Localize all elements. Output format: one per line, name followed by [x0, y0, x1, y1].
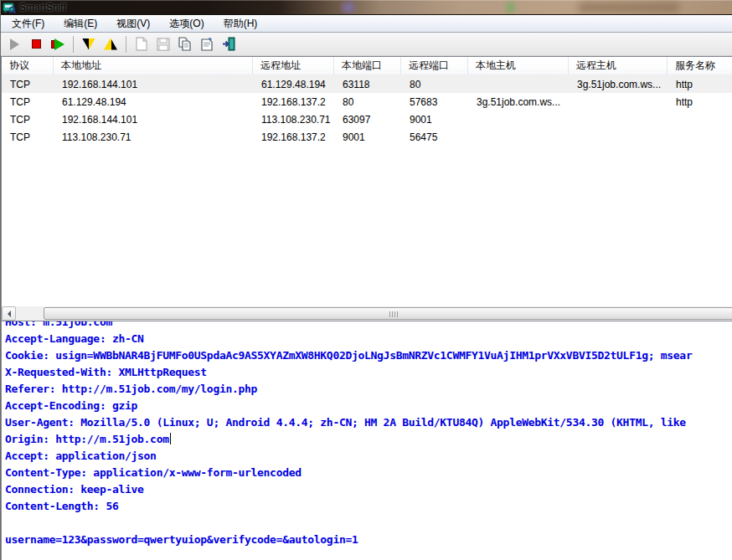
properties-icon[interactable]	[198, 35, 216, 54]
table-cell: 113.108.230.71	[54, 128, 253, 146]
scrollbar-grip-icon	[389, 311, 398, 317]
menu-item[interactable]: 视图(V)	[109, 15, 157, 32]
table-cell: 192.168.137.2	[253, 128, 334, 146]
column-header[interactable]: 远程主机	[569, 57, 668, 75]
http-header-line: Cookie: usign=WWBbNAR4BjFUMFo0USpdaAc9AS…	[5, 347, 732, 364]
column-header[interactable]: 本地主机	[468, 57, 569, 75]
scroll-left-button[interactable]	[2, 306, 16, 321]
http-header-line: Accept: application/json	[5, 448, 732, 465]
table-cell	[468, 110, 569, 128]
toolbar-separator	[126, 36, 126, 53]
table-cell: TCP	[2, 128, 54, 146]
table-row[interactable]: TCP61.129.48.194192.168.137.280576833g.5…	[2, 93, 732, 110]
desktop-blur-blob	[507, 3, 514, 13]
http-request-text: Host: m.51job.comAccept-Language: zh-CNC…	[2, 321, 732, 548]
table-cell	[569, 93, 668, 110]
table-cell: 113.108.230.71	[253, 110, 334, 128]
menu-item[interactable]: 文件(F)	[4, 15, 52, 32]
column-header[interactable]: 服务名称	[668, 57, 732, 75]
menu-bar: 文件(F)编辑(E)视图(V)选项(O)帮助(H)	[1, 15, 732, 33]
table-cell: 63118	[334, 75, 401, 93]
http-header-line: Content-Type: application/x-www-form-url…	[5, 465, 732, 481]
menu-item[interactable]: 帮助(H)	[216, 15, 265, 32]
table-cell	[668, 110, 732, 128]
column-header[interactable]: 远程端口	[401, 57, 468, 75]
http-header-line: Referer: http://m.51job.com/my/login.php	[5, 381, 732, 398]
packet-detail-pane[interactable]: Host: m.51job.comAccept-Language: zh-CNC…	[1, 321, 732, 560]
table-cell: TCP	[2, 110, 54, 128]
start-capture-icon[interactable]	[49, 35, 67, 54]
title-bar[interactable]: SmartSniff	[1, 0, 732, 15]
table-header-row: 协议本地地址远程地址本地端口远程端口本地主机远程主机服务名称	[2, 57, 732, 75]
table-cell: 9001	[401, 110, 468, 128]
table-cell: 192.168.144.101	[54, 75, 253, 93]
http-header-line	[5, 515, 732, 532]
stop-capture-icon[interactable]	[27, 35, 45, 54]
column-header[interactable]: 本地地址	[54, 57, 253, 75]
http-header-line: Accept-Language: zh-CN	[5, 331, 732, 347]
text-cursor	[170, 433, 171, 444]
table-cell: 63097	[334, 110, 401, 128]
table-cell: 61.129.48.194	[54, 93, 253, 110]
new-file-icon[interactable]	[132, 35, 151, 54]
column-header[interactable]: 远程地址	[253, 57, 334, 75]
toolbar-separator	[73, 36, 74, 53]
table-cell	[468, 75, 569, 93]
table-cell: 9001	[334, 128, 401, 146]
connections-list: 协议本地地址远程地址本地端口远程端口本地主机远程主机服务名称 TCP192.16…	[1, 56, 732, 321]
http-header-line: Content-Length: 56	[5, 498, 732, 515]
table-cell	[569, 110, 668, 128]
horizontal-scrollbar[interactable]	[2, 306, 732, 321]
copy-icon[interactable]	[176, 35, 194, 54]
smartsniff-window: SmartSniff 文件(F)编辑(E)视图(V)选项(O)帮助(H)	[0, 0, 732, 560]
desktop-blur-blob	[343, 3, 354, 13]
table-cell: 3g.51job.com.ws...	[569, 75, 668, 93]
table-cell: 57683	[401, 93, 468, 110]
table-cell: 56475	[401, 128, 468, 146]
window-title: SmartSniff	[19, 2, 66, 13]
table-cell	[468, 128, 569, 146]
toolbar	[1, 33, 732, 56]
http-header-line: Origin: http://m.51job.com	[5, 431, 732, 448]
scrollbar-thumb[interactable]	[44, 307, 732, 320]
exit-icon[interactable]	[219, 35, 238, 54]
desktop-blur-blob	[579, 3, 679, 13]
table-body: TCP192.168.144.10161.129.48.19463118803g…	[2, 75, 732, 146]
table-cell: 80	[334, 93, 401, 110]
column-header[interactable]: 本地端口	[334, 57, 401, 75]
table-cell	[569, 128, 668, 146]
table-row[interactable]: TCP192.168.144.101113.108.230.7163097900…	[2, 110, 732, 128]
play-icon[interactable]	[5, 35, 23, 54]
http-header-line: username=123&password=qwertyuiop&verifyc…	[5, 532, 732, 548]
http-header-line: X-Requested-With: XMLHttpRequest	[5, 364, 732, 381]
http-header-line: User-Agent: Mozilla/5.0 (Linux; U; Andro…	[5, 414, 732, 431]
table-row[interactable]: TCP113.108.230.71192.168.137.2900156475	[2, 128, 732, 146]
table-row[interactable]: TCP192.168.144.10161.129.48.19463118803g…	[2, 75, 732, 93]
scroll-left-arrow-icon	[8, 311, 11, 317]
column-header[interactable]: 协议	[2, 57, 54, 75]
http-header-line: Connection: keep-alive	[5, 481, 732, 498]
table-cell: TCP	[2, 75, 54, 93]
table-cell: 3g.51job.com.ws...	[468, 93, 569, 110]
table-cell	[668, 128, 732, 146]
table-cell: 80	[401, 75, 468, 93]
menu-item[interactable]: 选项(O)	[162, 15, 211, 32]
http-header-line: Host: m.51job.com	[5, 321, 732, 331]
filter-down-icon[interactable]	[80, 35, 98, 54]
table-cell: 192.168.144.101	[54, 110, 253, 128]
table-cell: http	[668, 93, 732, 110]
table-cell: 61.129.48.194	[253, 75, 334, 93]
table-cell: http	[668, 75, 732, 93]
save-icon[interactable]	[154, 35, 173, 54]
filter-up-icon[interactable]	[101, 35, 120, 54]
smartsniff-app-icon[interactable]	[3, 1, 16, 14]
table-cell: 192.168.137.2	[253, 93, 334, 110]
http-header-line: Accept-Encoding: gzip	[5, 398, 732, 414]
table-cell: TCP	[2, 93, 54, 110]
menu-item[interactable]: 编辑(E)	[56, 15, 105, 32]
